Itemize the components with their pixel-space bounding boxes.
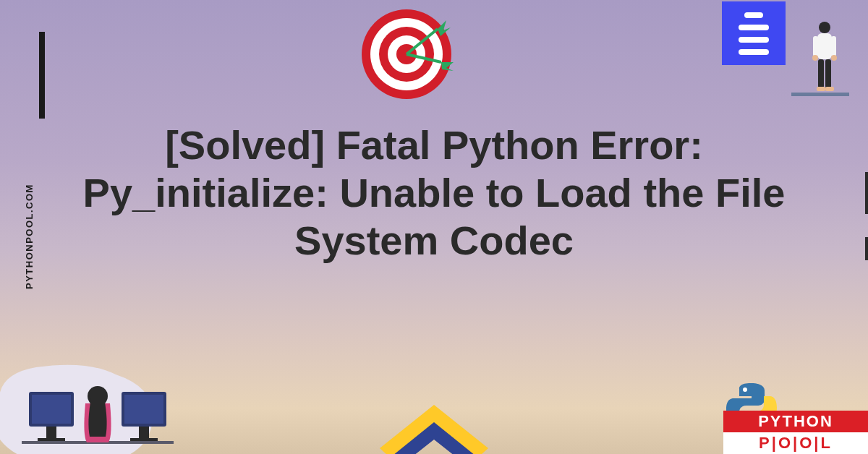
svg-rect-8 [817,33,832,59]
logo-top-text: PYTHON [723,411,868,432]
svg-rect-22 [124,395,163,424]
standing-person-illustration [807,20,842,97]
menu-icon [722,1,786,65]
svg-rect-10 [831,36,836,56]
right-accent-bar [865,172,868,214]
sitting-person-illustration [22,363,174,454]
pythonpool-logo: PYTHON P|O|O|L [723,411,868,454]
left-accent-bar [39,32,45,119]
target-icon [358,6,455,103]
svg-rect-14 [825,59,831,88]
menu-line [739,49,769,55]
svg-point-11 [812,55,818,61]
ground-line [791,93,849,96]
svg-point-7 [819,22,830,33]
svg-rect-9 [813,36,818,56]
article-title: [Solved] Fatal Python Error: Py_initiali… [80,121,788,265]
right-accent-bar [865,237,868,260]
menu-line [739,25,769,30]
svg-rect-15 [817,87,825,91]
svg-rect-16 [825,87,834,91]
menu-line [739,37,769,43]
chevron-up-icon [380,405,488,454]
menu-line [744,12,763,18]
svg-rect-13 [818,59,824,88]
svg-point-27 [743,387,747,392]
svg-point-12 [831,55,837,61]
svg-rect-19 [46,427,56,440]
logo-bottom-text: P|O|O|L [723,432,868,454]
site-url-vertical: PYTHONPOOL.COM [24,184,35,289]
svg-rect-23 [139,427,149,440]
svg-rect-18 [32,395,71,424]
